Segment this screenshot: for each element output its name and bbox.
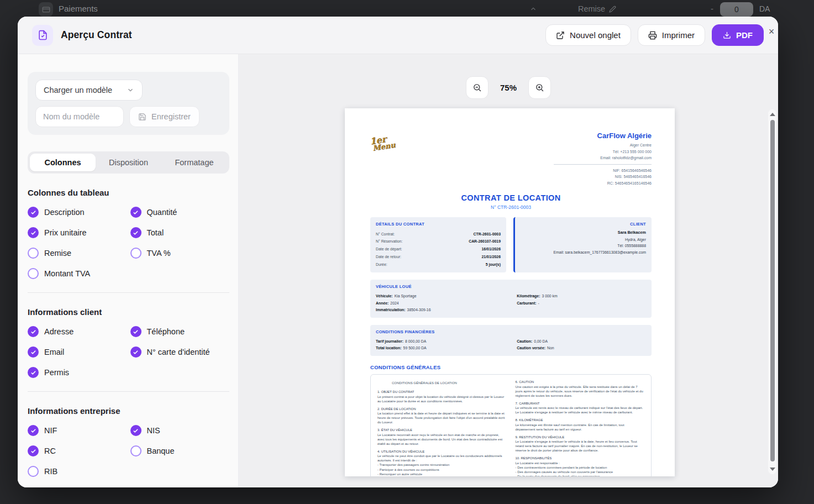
scrollbar-thumb[interactable] <box>770 120 775 461</box>
remise-input: 0 <box>720 2 753 17</box>
column-option[interactable]: Prix unitaire <box>28 227 127 238</box>
download-icon <box>723 31 731 39</box>
company-option[interactable]: RC <box>28 445 127 456</box>
preview-scrollbar[interactable] <box>768 109 776 474</box>
print-button[interactable]: Imprimer <box>638 24 705 46</box>
checkbox-icon <box>28 347 39 358</box>
company-options: NIF NIS RC Banque <box>28 425 229 477</box>
company-option[interactable]: NIF <box>28 425 127 436</box>
scroll-up-icon[interactable] <box>770 113 775 116</box>
section-title-client: Informations client <box>28 307 229 317</box>
company-nif: NIF: 65415646546546 <box>538 167 652 174</box>
option-label: Adresse <box>44 327 73 336</box>
new-tab-button[interactable]: Nouvel onglet <box>545 24 631 46</box>
company-rc: RC: 54654654165146546 <box>538 180 652 187</box>
contract-number: N° CTR-2601-0003 <box>370 204 652 210</box>
condition-section: 1. OBJET DU CONTRAT Le présent contrat a… <box>377 390 507 403</box>
detail-row: Durée: 5 jour(s) <box>376 260 501 268</box>
kv-row: Véhicule:Kia Sportage <box>376 292 511 300</box>
checkbox-icon <box>28 466 39 477</box>
zoom-in-icon <box>535 83 544 92</box>
template-select-label: Charger un modèle <box>44 86 112 95</box>
payments-section-label: Paiements <box>59 4 98 13</box>
option-label: Quantité <box>147 208 177 217</box>
company-name: CarFlow Algérie <box>538 132 652 140</box>
option-label: Email <box>44 348 64 356</box>
tab[interactable]: Formatage <box>161 154 227 171</box>
details-heading: DÉTAILS DU CONTRAT <box>376 222 501 227</box>
option-label: Total <box>147 228 164 237</box>
detail-row: N° Contrat: CTR-2601-0003 <box>376 230 501 238</box>
kv-row: Immatriculation:38504-309-16 <box>376 306 511 313</box>
option-label: Montant TVA <box>44 269 90 278</box>
currency-label: DA <box>759 4 770 13</box>
client-option[interactable]: Permis <box>28 367 127 378</box>
template-name-input[interactable] <box>35 106 124 127</box>
chevron-up-icon <box>529 5 537 13</box>
checkbox-icon <box>28 326 39 337</box>
section-title-columns: Colonnes du tableau <box>28 188 229 197</box>
document-check-icon <box>32 25 53 46</box>
remise-label: Remise <box>578 4 605 13</box>
financial-left: Tarif journalier:8 000,00 DATotal locati… <box>376 338 511 351</box>
general-conditions-heading: CONDITIONS GÉNÉRALES <box>370 364 652 370</box>
save-template-button[interactable]: Enregistrer <box>129 106 199 127</box>
company-option[interactable]: NIS <box>130 425 230 436</box>
tab[interactable]: Colonnes <box>30 154 96 171</box>
background-app: Paiements Remise - 0 DA <box>0 0 814 17</box>
checkbox-icon <box>28 248 39 259</box>
checkbox-icon <box>28 268 39 279</box>
company-info: CarFlow Algérie Alger Centre Tél: +213 5… <box>538 132 652 186</box>
checkbox-icon <box>130 445 141 456</box>
column-option[interactable]: Remise <box>28 248 127 259</box>
financial-box: CONDITIONS FINANCIÈRES Tarif journalier:… <box>370 325 652 356</box>
company-logo: 1er Menu <box>369 134 396 151</box>
condition-section: 4. UTILISATION DU VÉHICULE Le véhicule n… <box>377 450 507 476</box>
option-label: Banque <box>147 447 175 455</box>
detail-row: N° Réservation: CAR-260107-0019 <box>376 238 501 245</box>
client-options: Adresse Téléphone Email N° carte <box>28 326 229 378</box>
option-label: RC <box>44 447 56 455</box>
condition-section: 8. KILOMÉTRAGE Le kilométrage est illimi… <box>516 418 645 432</box>
zoom-level: 75% <box>500 83 517 92</box>
pdf-button[interactable]: PDF <box>712 24 764 46</box>
client-option[interactable]: Email <box>28 347 127 358</box>
options-sidebar: Charger un modèle Enregistrer Colonnes D… <box>18 54 239 487</box>
company-email: Email: raholotfidz@gmail.com <box>538 155 652 161</box>
remise-row: Remise <box>578 4 616 13</box>
column-option[interactable]: TVA % <box>130 248 230 259</box>
zoom-out-button[interactable] <box>466 76 489 99</box>
sidebar-tabs: Colonnes Disposition Formatage <box>28 151 229 174</box>
vehicle-left: Véhicule:Kia SportageAnnée:2024Immatricu… <box>376 292 511 313</box>
checkbox-icon <box>28 425 39 436</box>
option-label: Téléphone <box>147 327 185 336</box>
column-option[interactable]: Description <box>28 207 127 218</box>
company-phone: Tél: +213 555 000 000 <box>538 149 652 155</box>
close-icon[interactable]: × <box>764 24 779 39</box>
company-option[interactable]: RIB <box>28 466 127 477</box>
scroll-down-icon[interactable] <box>770 468 775 471</box>
client-name: Sara Belkacem <box>521 230 646 235</box>
client-option[interactable]: Adresse <box>28 326 127 337</box>
client-option[interactable]: N° carte d'identité <box>130 347 230 358</box>
zoom-in-button[interactable] <box>528 76 551 99</box>
save-icon <box>138 113 146 121</box>
option-label: Remise <box>44 249 71 258</box>
checkbox-icon <box>130 326 141 337</box>
kv-row: Caution:0,00 DA <box>517 338 646 345</box>
client-heading: CLIENT <box>521 222 646 227</box>
contract-details-box: DÉTAILS DU CONTRAT N° Contrat: CTR-2601-… <box>370 217 506 272</box>
details-rows: N° Contrat: CTR-2601-0003 N° Réservation… <box>376 230 501 268</box>
columns-options: Description Quantité Prix unitaire <box>28 207 229 279</box>
client-phone: Tél: 0555888888 <box>521 244 646 248</box>
template-select[interactable]: Charger un modèle <box>35 80 143 101</box>
tab[interactable]: Disposition <box>96 154 161 171</box>
company-option[interactable]: Banque <box>130 445 230 456</box>
kv-row: Kilométrage:3 000 km <box>517 292 646 300</box>
column-option[interactable]: Montant TVA <box>28 268 127 279</box>
client-option[interactable]: Téléphone <box>130 326 230 337</box>
option-label: Description <box>44 208 85 217</box>
column-option[interactable]: Quantité <box>130 207 230 218</box>
contract-document: 1er Menu CarFlow Algérie Alger Centre Té… <box>345 108 675 476</box>
column-option[interactable]: Total <box>130 227 230 238</box>
